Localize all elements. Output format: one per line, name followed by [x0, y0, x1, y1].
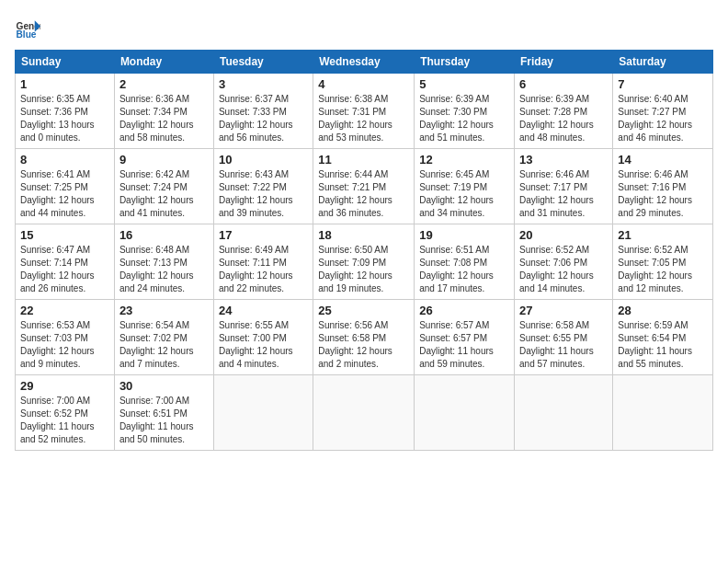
day-info: Sunrise: 6:41 AMSunset: 7:25 PMDaylight:…	[20, 168, 109, 220]
calendar-cell: 29 Sunrise: 7:00 AMSunset: 6:52 PMDaylig…	[16, 375, 115, 451]
calendar-cell: 26 Sunrise: 6:57 AMSunset: 6:57 PMDaylig…	[415, 300, 515, 375]
day-info: Sunrise: 6:36 AMSunset: 7:34 PMDaylight:…	[119, 93, 209, 144]
col-header-tuesday: Tuesday	[213, 51, 313, 74]
day-info: Sunrise: 6:42 AMSunset: 7:24 PMDaylight:…	[119, 168, 209, 220]
calendar-cell: 2 Sunrise: 6:36 AMSunset: 7:34 PMDayligh…	[114, 74, 213, 149]
calendar-cell	[613, 375, 713, 451]
day-number: 11	[318, 153, 409, 167]
calendar-cell: 17 Sunrise: 6:49 AMSunset: 7:11 PMDaylig…	[213, 224, 313, 300]
day-number: 21	[618, 228, 708, 242]
calendar-cell: 30 Sunrise: 7:00 AMSunset: 6:51 PMDaylig…	[114, 375, 213, 451]
calendar-cell: 8 Sunrise: 6:41 AMSunset: 7:25 PMDayligh…	[16, 149, 115, 224]
day-info: Sunrise: 7:00 AMSunset: 6:52 PMDaylight:…	[20, 395, 109, 446]
day-number: 5	[419, 77, 509, 91]
svg-text:Blue: Blue	[17, 29, 37, 40]
col-header-wednesday: Wednesday	[313, 51, 415, 74]
calendar-cell: 27 Sunrise: 6:58 AMSunset: 6:55 PMDaylig…	[515, 300, 613, 375]
calendar-cell: 16 Sunrise: 6:48 AMSunset: 7:13 PMDaylig…	[114, 224, 213, 300]
calendar-table: SundayMondayTuesdayWednesdayThursdayFrid…	[15, 50, 713, 451]
day-number: 17	[219, 228, 308, 242]
day-number: 23	[119, 304, 209, 317]
day-number: 9	[119, 153, 209, 167]
day-info: Sunrise: 6:56 AMSunset: 6:58 PMDaylight:…	[318, 319, 409, 371]
day-info: Sunrise: 6:47 AMSunset: 7:14 PMDaylight:…	[20, 244, 109, 295]
calendar-cell: 22 Sunrise: 6:53 AMSunset: 7:03 PMDaylig…	[16, 300, 115, 375]
day-info: Sunrise: 6:38 AMSunset: 7:31 PMDaylight:…	[318, 93, 409, 144]
logo: General Blue	[15, 15, 40, 40]
day-info: Sunrise: 6:45 AMSunset: 7:19 PMDaylight:…	[419, 168, 509, 220]
day-info: Sunrise: 6:51 AMSunset: 7:08 PMDaylight:…	[419, 244, 509, 295]
calendar-cell	[415, 375, 515, 451]
calendar-cell	[515, 375, 613, 451]
calendar-cell: 20 Sunrise: 6:52 AMSunset: 7:06 PMDaylig…	[515, 224, 613, 300]
calendar-cell: 21 Sunrise: 6:52 AMSunset: 7:05 PMDaylig…	[613, 224, 713, 300]
day-info: Sunrise: 6:58 AMSunset: 6:55 PMDaylight:…	[519, 319, 608, 371]
calendar-week-1: 1 Sunrise: 6:35 AMSunset: 7:36 PMDayligh…	[16, 74, 713, 149]
day-number: 13	[519, 153, 608, 167]
day-info: Sunrise: 6:49 AMSunset: 7:11 PMDaylight:…	[219, 244, 308, 295]
calendar-cell	[213, 375, 313, 451]
day-number: 19	[419, 228, 509, 242]
calendar-cell: 28 Sunrise: 6:59 AMSunset: 6:54 PMDaylig…	[613, 300, 713, 375]
day-info: Sunrise: 6:54 AMSunset: 7:02 PMDaylight:…	[119, 319, 209, 371]
day-number: 24	[219, 304, 308, 317]
calendar-cell: 18 Sunrise: 6:50 AMSunset: 7:09 PMDaylig…	[313, 224, 415, 300]
calendar-cell: 25 Sunrise: 6:56 AMSunset: 6:58 PMDaylig…	[313, 300, 415, 375]
day-number: 10	[219, 153, 308, 167]
day-number: 4	[318, 77, 409, 91]
calendar-cell: 4 Sunrise: 6:38 AMSunset: 7:31 PMDayligh…	[313, 74, 415, 149]
calendar-cell: 15 Sunrise: 6:47 AMSunset: 7:14 PMDaylig…	[16, 224, 115, 300]
calendar-cell: 3 Sunrise: 6:37 AMSunset: 7:33 PMDayligh…	[213, 74, 313, 149]
day-info: Sunrise: 6:53 AMSunset: 7:03 PMDaylight:…	[20, 319, 109, 371]
calendar-cell: 5 Sunrise: 6:39 AMSunset: 7:30 PMDayligh…	[415, 74, 515, 149]
day-info: Sunrise: 6:52 AMSunset: 7:05 PMDaylight:…	[618, 244, 708, 295]
day-number: 30	[119, 379, 209, 393]
day-info: Sunrise: 6:52 AMSunset: 7:06 PMDaylight:…	[519, 244, 608, 295]
day-number: 3	[219, 77, 308, 91]
col-header-friday: Friday	[515, 51, 613, 74]
day-number: 22	[20, 304, 109, 317]
day-info: Sunrise: 7:00 AMSunset: 6:51 PMDaylight:…	[119, 395, 209, 446]
day-number: 7	[618, 77, 708, 91]
day-info: Sunrise: 6:48 AMSunset: 7:13 PMDaylight:…	[119, 244, 209, 295]
calendar-cell	[313, 375, 415, 451]
day-info: Sunrise: 6:39 AMSunset: 7:30 PMDaylight:…	[419, 93, 509, 144]
calendar-cell: 9 Sunrise: 6:42 AMSunset: 7:24 PMDayligh…	[114, 149, 213, 224]
day-info: Sunrise: 6:40 AMSunset: 7:27 PMDaylight:…	[618, 93, 708, 144]
day-info: Sunrise: 6:37 AMSunset: 7:33 PMDaylight:…	[219, 93, 308, 144]
day-info: Sunrise: 6:50 AMSunset: 7:09 PMDaylight:…	[318, 244, 409, 295]
day-number: 25	[318, 304, 409, 317]
day-info: Sunrise: 6:44 AMSunset: 7:21 PMDaylight:…	[318, 168, 409, 220]
day-number: 2	[119, 77, 209, 91]
day-number: 6	[519, 77, 608, 91]
day-info: Sunrise: 6:55 AMSunset: 7:00 PMDaylight:…	[219, 319, 308, 371]
day-number: 14	[618, 153, 708, 167]
calendar-cell: 11 Sunrise: 6:44 AMSunset: 7:21 PMDaylig…	[313, 149, 415, 224]
page-header: General Blue	[15, 15, 713, 40]
day-info: Sunrise: 6:57 AMSunset: 6:57 PMDaylight:…	[419, 319, 509, 371]
calendar-week-3: 15 Sunrise: 6:47 AMSunset: 7:14 PMDaylig…	[16, 224, 713, 300]
calendar-week-5: 29 Sunrise: 7:00 AMSunset: 6:52 PMDaylig…	[16, 375, 713, 451]
day-number: 15	[20, 228, 109, 242]
day-number: 16	[119, 228, 209, 242]
day-number: 26	[419, 304, 509, 317]
day-number: 20	[519, 228, 608, 242]
calendar-cell: 23 Sunrise: 6:54 AMSunset: 7:02 PMDaylig…	[114, 300, 213, 375]
calendar-cell: 12 Sunrise: 6:45 AMSunset: 7:19 PMDaylig…	[415, 149, 515, 224]
calendar-cell: 14 Sunrise: 6:46 AMSunset: 7:16 PMDaylig…	[613, 149, 713, 224]
day-number: 12	[419, 153, 509, 167]
calendar-cell: 13 Sunrise: 6:46 AMSunset: 7:17 PMDaylig…	[515, 149, 613, 224]
calendar-cell: 6 Sunrise: 6:39 AMSunset: 7:28 PMDayligh…	[515, 74, 613, 149]
day-number: 1	[20, 77, 109, 91]
col-header-saturday: Saturday	[613, 51, 713, 74]
day-number: 28	[618, 304, 708, 317]
day-info: Sunrise: 6:46 AMSunset: 7:16 PMDaylight:…	[618, 168, 708, 220]
calendar-cell: 7 Sunrise: 6:40 AMSunset: 7:27 PMDayligh…	[613, 74, 713, 149]
day-number: 29	[20, 379, 109, 393]
calendar-cell: 1 Sunrise: 6:35 AMSunset: 7:36 PMDayligh…	[16, 74, 115, 149]
calendar-week-2: 8 Sunrise: 6:41 AMSunset: 7:25 PMDayligh…	[16, 149, 713, 224]
day-number: 8	[20, 153, 109, 167]
calendar-cell: 24 Sunrise: 6:55 AMSunset: 7:00 PMDaylig…	[213, 300, 313, 375]
day-info: Sunrise: 6:39 AMSunset: 7:28 PMDaylight:…	[519, 93, 608, 144]
calendar-cell: 10 Sunrise: 6:43 AMSunset: 7:22 PMDaylig…	[213, 149, 313, 224]
